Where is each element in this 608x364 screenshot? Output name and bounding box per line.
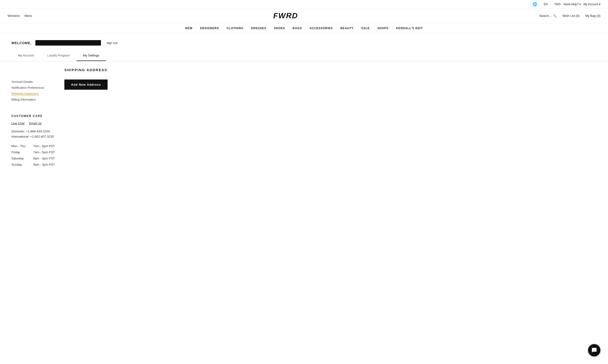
womens-link[interactable]: Womens [8, 14, 20, 18]
flag-icon: 🌐 [532, 2, 537, 6]
divider2: | [551, 3, 551, 6]
header-right: Search... 🔍 Wish List (0) My Bag (0) [539, 14, 600, 18]
hours-time: 7am - 8pm PST [33, 143, 55, 149]
hours-time: 7am - 5pm PST [33, 149, 55, 156]
account-tabs: My Account Loyalty Program My Settings [0, 50, 608, 61]
nav-dresses[interactable]: DRESSES [251, 26, 266, 30]
care-links: Live Chat Email Us [11, 121, 55, 125]
need-help-link[interactable]: Need Help? ▾ [564, 3, 581, 6]
divider: | [540, 3, 541, 6]
nav-new[interactable]: NEW [185, 26, 193, 30]
header-nav-left: Womens Mens [8, 14, 32, 18]
main-nav: NEW DESIGNERS CLOTHING DRESSES SHOES BAG… [0, 23, 608, 33]
nav-sale[interactable]: SALE [361, 26, 370, 30]
sidebar-shipping-addresses[interactable]: Shipping Addresses [11, 91, 55, 96]
hours-time: 8am - 3pm PST [33, 162, 55, 168]
tab-loyalty-program[interactable]: Loyalty Program [41, 50, 77, 61]
search-icon: 🔍 [553, 14, 557, 18]
customer-care-section: CUSTOMER CARE Live Chat Email Us Domesti… [11, 114, 55, 168]
hours-day: Mon - Thu [11, 143, 30, 149]
chevron-down-icon: ▾ [579, 3, 581, 6]
hours-row: Saturday 8am - 3pm PST [11, 156, 55, 162]
care-info: Domestic: +1-866-434-3169 International:… [11, 129, 55, 139]
mens-link[interactable]: Mens [25, 14, 32, 18]
hours-time: 8am - 3pm PST [33, 156, 55, 162]
hours-day: Friday [11, 149, 30, 156]
chevron-down-icon: ▾ [599, 3, 600, 6]
top-bar: 🌐 | EN | TWD Need Help? ▾ My Account ▾ [0, 0, 608, 9]
nav-clothing[interactable]: CLOTHING [227, 26, 243, 30]
customer-care-title: CUSTOMER CARE [11, 114, 55, 118]
site-logo[interactable]: FWRD [273, 11, 298, 20]
international-phone: International: +1-562-407-3230 [11, 134, 55, 139]
domestic-phone: Domestic: +1-866-434-3169 [11, 129, 55, 134]
section-title: SHIPPING ADDRESS [64, 68, 597, 72]
my-account-link[interactable]: My Account ▾ [583, 3, 600, 6]
welcome-bar: WELCOME, sign out [0, 33, 608, 50]
main-content: Account Details Notification Preferences… [0, 68, 608, 168]
tab-my-settings[interactable]: My Settings [77, 50, 106, 61]
live-chat-link[interactable]: Live Chat [11, 121, 25, 125]
hours-day: Saturday [11, 156, 30, 162]
currency-selector[interactable]: TWD [554, 3, 560, 6]
shipping-address-section: SHIPPING ADDRESS Add New Address [64, 68, 597, 168]
settings-sidebar: Account Details Notification Preferences… [11, 68, 55, 168]
email-us-link[interactable]: Email Us [29, 121, 41, 125]
sign-out-link[interactable]: sign out [107, 41, 118, 45]
nav-shoes[interactable]: SHOES [274, 26, 285, 30]
nav-beauty[interactable]: BEAUTY [340, 26, 353, 30]
language-selector[interactable]: EN [544, 3, 548, 6]
nav-kendalls-edit[interactable]: KENDALL'S EDIT [396, 26, 423, 30]
nav-shops[interactable]: SHOPS [377, 26, 389, 30]
bag-link[interactable]: My Bag (0) [585, 14, 600, 18]
wishlist-link[interactable]: Wish List (0) [562, 14, 580, 18]
nav-bags[interactable]: BAGS [293, 26, 302, 30]
user-name [35, 40, 101, 46]
nav-designers[interactable]: DESIGNERS [200, 26, 219, 30]
tab-my-account[interactable]: My Account [11, 50, 41, 61]
hours-row: Sunday 8am - 3pm PST [11, 162, 55, 168]
hours-table: Mon - Thu 7am - 8pm PST Friday 7am - 5pm… [11, 143, 55, 168]
hours-row: Friday 7am - 5pm PST [11, 149, 55, 156]
sidebar-notification-preferences[interactable]: Notification Preferences [11, 85, 55, 90]
hours-row: Mon - Thu 7am - 8pm PST [11, 143, 55, 149]
sidebar-account-details[interactable]: Account Details [11, 79, 55, 84]
site-header: Womens Mens FWRD Search... 🔍 Wish List (… [0, 9, 608, 23]
sidebar-billing-information[interactable]: Billing Information [11, 97, 55, 102]
add-new-address-button[interactable]: Add New Address [64, 79, 108, 90]
nav-accessories[interactable]: ACCESSORIES [310, 26, 333, 30]
welcome-text: WELCOME, [11, 41, 32, 45]
hours-day: Sunday [11, 162, 30, 168]
search-button[interactable]: Search... 🔍 [539, 14, 557, 18]
